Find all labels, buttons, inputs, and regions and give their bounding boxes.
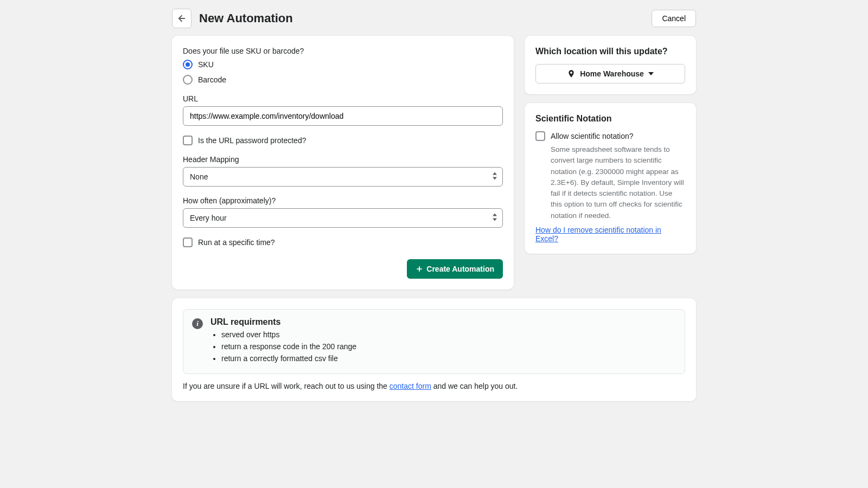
checkbox-icon bbox=[183, 237, 193, 247]
frequency-select[interactable]: Every hour bbox=[183, 208, 503, 228]
sci-help-text: Some spreadsheet software tends to conve… bbox=[551, 144, 685, 221]
url-requirements-card: i URL requirments served over https retu… bbox=[172, 298, 696, 401]
radio-icon bbox=[183, 60, 193, 69]
svg-marker-7 bbox=[648, 72, 654, 75]
list-item: served over https bbox=[221, 330, 676, 339]
sci-title: Scientific Notation bbox=[535, 114, 685, 124]
radio-barcode-label: Barcode bbox=[198, 75, 226, 84]
radio-sku[interactable]: SKU bbox=[183, 60, 503, 69]
back-button[interactable] bbox=[172, 9, 192, 28]
scientific-notation-card: Scientific Notation Allow scientific not… bbox=[525, 103, 696, 254]
allow-sci-label: Allow scientific notation? bbox=[551, 132, 634, 140]
frequency-label: How often (approximately)? bbox=[183, 196, 503, 205]
info-banner: i URL requirments served over https retu… bbox=[183, 309, 685, 374]
location-card: Which location will this update? Home Wa… bbox=[525, 36, 696, 94]
list-item: return a response code in the 200 range bbox=[221, 342, 676, 351]
run-specific-time-checkbox[interactable]: Run at a specific time? bbox=[183, 237, 503, 247]
list-item: return a correctly formatted csv file bbox=[221, 354, 676, 363]
radio-icon bbox=[183, 75, 193, 85]
info-icon: i bbox=[192, 318, 203, 329]
arrow-left-icon bbox=[177, 14, 187, 23]
footer-text-post: and we can help you out. bbox=[431, 382, 518, 390]
checkbox-icon bbox=[535, 131, 545, 141]
allow-sci-checkbox[interactable]: Allow scientific notation? bbox=[535, 131, 685, 141]
plus-icon bbox=[416, 265, 423, 273]
run-specific-time-label: Run at a specific time? bbox=[198, 238, 275, 247]
radio-sku-label: SKU bbox=[198, 60, 214, 69]
automation-form-card: Does your file use SKU or barcode? SKU B… bbox=[172, 36, 514, 290]
identifier-question-label: Does your file use SKU or barcode? bbox=[183, 47, 503, 55]
radio-barcode[interactable]: Barcode bbox=[183, 75, 503, 85]
header-mapping-label: Header Mapping bbox=[183, 155, 503, 164]
location-title: Which location will this update? bbox=[535, 47, 685, 56]
location-value: Home Warehouse bbox=[580, 69, 644, 78]
footer-text-pre: If you are unsure if a URL will work, re… bbox=[183, 382, 390, 390]
requirements-list: served over https return a response code… bbox=[210, 330, 676, 363]
page-title: New Automation bbox=[199, 11, 652, 25]
location-select[interactable]: Home Warehouse bbox=[535, 64, 685, 84]
requirements-footer: If you are unsure if a URL will work, re… bbox=[183, 382, 685, 390]
requirements-title: URL requirments bbox=[210, 317, 676, 327]
url-input[interactable] bbox=[183, 106, 503, 126]
create-automation-label: Create Automation bbox=[426, 265, 494, 273]
sci-link[interactable]: How do I remove scientific notation in E… bbox=[535, 226, 685, 243]
caret-down-icon bbox=[648, 72, 654, 75]
password-protected-label: Is the URL password protected? bbox=[198, 136, 306, 145]
url-label: URL bbox=[183, 94, 503, 103]
password-protected-checkbox[interactable]: Is the URL password protected? bbox=[183, 136, 503, 145]
map-pin-icon bbox=[567, 69, 576, 78]
cancel-button[interactable]: Cancel bbox=[652, 10, 696, 27]
create-automation-button[interactable]: Create Automation bbox=[407, 259, 503, 279]
contact-form-link[interactable]: contact form bbox=[390, 382, 431, 390]
header-mapping-select[interactable]: None bbox=[183, 167, 503, 187]
checkbox-icon bbox=[183, 136, 193, 145]
